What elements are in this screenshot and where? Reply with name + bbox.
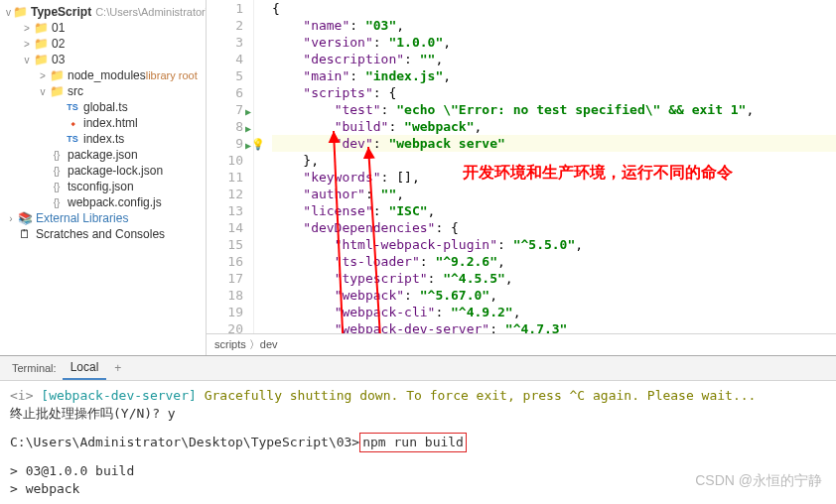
code-line[interactable]: "webpack": "^5.67.0", xyxy=(272,287,836,304)
tree-item-label: package-lock.json xyxy=(68,164,163,178)
tree-item[interactable]: {}package.json xyxy=(0,147,206,163)
code-line[interactable]: "dev": "webpack serve" xyxy=(272,135,836,152)
chevron-right-icon: > xyxy=(22,39,32,50)
library-icon: 📚 xyxy=(18,211,32,225)
project-tree[interactable]: v 📁 TypeScript C:\Users\Administrator\De… xyxy=(0,0,207,355)
run-gutter-icon[interactable]: ▶ xyxy=(245,120,251,137)
code-line[interactable]: "html-webpack-plugin": "^5.5.0", xyxy=(272,236,836,253)
code-line[interactable]: "build": "webpack", xyxy=(272,118,836,135)
annotation-text: 开发环境和生产环境，运行不同的命令 xyxy=(463,163,733,184)
line-gutter: 1234567▶8▶9▶💡1011121314151617181920 xyxy=(207,0,254,333)
chevron-down-icon: v xyxy=(6,7,11,18)
folder-icon: 📁 xyxy=(50,84,64,98)
folder-icon: 📁 xyxy=(34,37,48,51)
code-line[interactable]: "ts-loader": "^9.2.6", xyxy=(272,253,836,270)
tree-item-label: 03 xyxy=(52,53,65,66)
scratches[interactable]: 🗒 Scratches and Consoles xyxy=(0,226,206,242)
project-path: C:\Users\Administrator\Desktop\Ty xyxy=(95,6,207,18)
project-root[interactable]: v 📁 TypeScript C:\Users\Administrator\De… xyxy=(0,4,206,20)
folder-icon: 📁 xyxy=(13,5,27,19)
breadcrumb[interactable]: scripts 〉dev xyxy=(207,333,836,355)
json-icon: {} xyxy=(50,195,64,209)
code-line[interactable]: "typescript": "^4.5.5", xyxy=(272,270,836,287)
code-line[interactable]: "webpack-cli": "^4.9.2", xyxy=(272,304,836,320)
json-icon: {} xyxy=(50,180,64,193)
command-highlight: npm run build xyxy=(359,433,467,452)
tree-item[interactable]: {}webpack.config.js xyxy=(0,194,206,210)
add-terminal-button[interactable]: + xyxy=(106,357,129,379)
chevron-right-icon: > xyxy=(22,23,32,34)
code-line[interactable]: "devDependencies": { xyxy=(272,219,836,236)
tree-item[interactable]: {}package-lock.json xyxy=(0,163,206,179)
tree-item[interactable]: >📁02 xyxy=(0,36,206,52)
run-gutter-icon[interactable]: ▶ xyxy=(245,103,251,120)
folder-icon: 📁 xyxy=(34,21,48,35)
tree-item-label: package.json xyxy=(68,148,138,162)
tree-item-label: webpack.config.js xyxy=(68,195,162,209)
library-hint: library root xyxy=(146,69,198,81)
typescript-icon: TS xyxy=(66,100,79,114)
chevron-right-icon: > xyxy=(38,70,48,81)
code-area[interactable]: 开发环境和生产环境，运行不同的命令 { "name": "03", "versi… xyxy=(254,0,836,333)
tree-item-label: 02 xyxy=(52,37,65,51)
tree-item[interactable]: ⬥index.html xyxy=(0,115,206,131)
code-line[interactable]: "author": "", xyxy=(272,186,836,202)
folder-icon: 📁 xyxy=(50,68,64,82)
tree-item[interactable]: TSglobal.ts xyxy=(0,99,206,115)
tree-item[interactable]: v📁03 xyxy=(0,52,206,67)
chevron-down-icon: v xyxy=(22,55,32,65)
code-editor[interactable]: 1234567▶8▶9▶💡1011121314151617181920 开发环境… xyxy=(207,0,836,355)
typescript-icon: TS xyxy=(66,132,79,146)
tree-item-label: 01 xyxy=(52,21,65,35)
tree-item[interactable]: >📁node_modules library root xyxy=(0,67,206,83)
tree-item-label: src xyxy=(68,84,83,98)
code-line[interactable]: "scripts": { xyxy=(272,84,836,101)
terminal-label: Terminal: xyxy=(6,360,63,376)
html-icon: ⬥ xyxy=(66,116,79,130)
tree-item-label: global.ts xyxy=(83,100,128,114)
external-libraries[interactable]: › 📚 External Libraries xyxy=(0,210,206,226)
tree-item[interactable]: {}tsconfig.json xyxy=(0,179,206,194)
watermark: CSDN @永恒的宁静 xyxy=(695,472,822,490)
tree-item[interactable]: >📁01 xyxy=(0,20,206,36)
tree-item-label: node_modules xyxy=(68,68,146,82)
json-icon: {} xyxy=(50,164,64,178)
project-name: TypeScript xyxy=(31,5,91,19)
folder-icon: 📁 xyxy=(34,53,48,66)
code-line[interactable]: "webpack-dev-server": "^4.7.3" xyxy=(272,320,836,333)
code-line[interactable]: "version": "1.0.0", xyxy=(272,34,836,51)
code-line[interactable]: "main": "index.js", xyxy=(272,67,836,84)
code-line[interactable]: "test": "echo \"Error: no test specified… xyxy=(272,101,836,118)
code-line[interactable]: "license": "ISC", xyxy=(272,202,836,219)
json-icon: {} xyxy=(50,148,64,162)
code-line[interactable]: { xyxy=(272,0,836,17)
tree-item-label: index.ts xyxy=(83,132,124,146)
terminal-tab-local[interactable]: Local xyxy=(63,356,107,380)
code-line[interactable]: "name": "03", xyxy=(272,17,836,34)
tree-item-label: tsconfig.json xyxy=(68,180,134,193)
scratch-icon: 🗒 xyxy=(18,227,32,241)
tree-item-label: index.html xyxy=(83,116,138,130)
tree-item[interactable]: v📁src xyxy=(0,83,206,99)
code-line[interactable]: "description": "", xyxy=(272,51,836,67)
chevron-down-icon: v xyxy=(38,86,48,97)
tree-item[interactable]: TSindex.ts xyxy=(0,131,206,147)
